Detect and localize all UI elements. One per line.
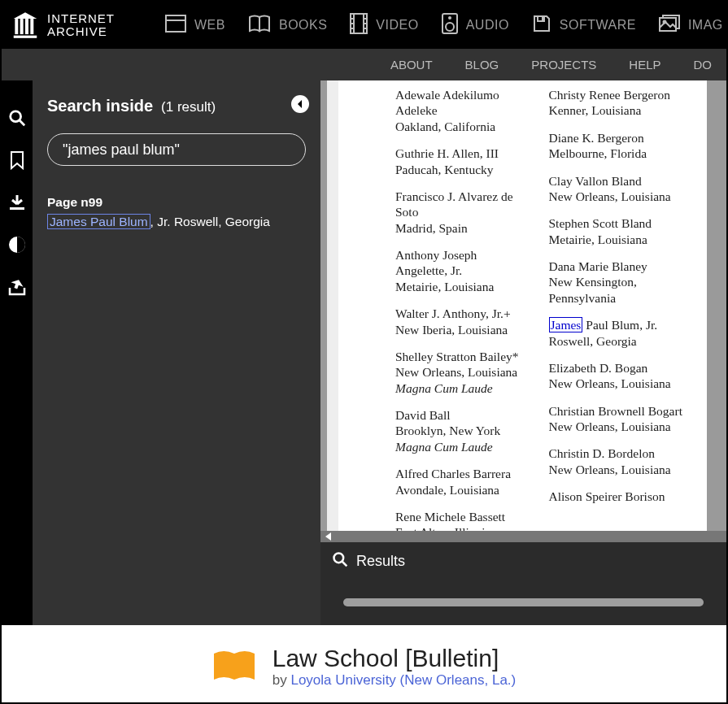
name-entry: Adewale Adekilumo AdelekeOakland, Califo… [395, 87, 530, 134]
page-column-right: Christy Renee BergeronKenner, LouisianaD… [549, 87, 683, 524]
name-entry: David BallBrooklyn, New YorkMagna Cum La… [395, 407, 530, 454]
name-entry: James Paul Blum, Jr.Roswell, Georgia [549, 317, 683, 349]
reader: Search inside (1 result) Page n99 James … [2, 80, 726, 625]
svg-point-29 [334, 553, 344, 563]
name-entry: Guthrie H. Allen, IIIPaducah, Kentucky [395, 146, 530, 177]
page-area: Adewale Adekilumo AdelekeOakland, Califo… [320, 80, 726, 625]
brand-text: INTERNET ARCHIVE [47, 12, 115, 38]
name-entry: Stephen Scott BlandMetairie, Louisiana [549, 215, 683, 247]
tool-rail [2, 80, 33, 625]
name-entry: Alison Speirer Borison [549, 489, 683, 504]
software-icon [532, 14, 551, 37]
name-entry: Walter J. Anthony, Jr.+New Iberia, Louis… [395, 306, 530, 337]
subnav-about[interactable]: ABOUT [390, 58, 433, 72]
svg-rect-26 [10, 207, 24, 210]
nav-video[interactable]: VIDEO [350, 13, 418, 37]
ia-logo-icon [11, 9, 39, 41]
top-nav: INTERNET ARCHIVE WEB BOOKS VIDEO [2, 2, 726, 49]
page-scroll-track[interactable] [320, 531, 726, 542]
results-bar[interactable]: Results [320, 542, 726, 580]
svg-rect-1 [20, 19, 24, 34]
name-entry: Christy Renee BergeronKenner, Louisiana [549, 87, 683, 119]
subnav-projects[interactable]: PROJECTS [531, 58, 596, 72]
svg-point-18 [446, 23, 454, 31]
search-result-count: (1 result) [161, 99, 216, 115]
download-icon[interactable] [7, 193, 27, 212]
page-column-left: Adewale Adekilumo AdelekeOakland, Califo… [395, 87, 530, 524]
media-nav: WEB BOOKS VIDEO AUDIO SOFTWARE [165, 13, 723, 37]
name-entry: Elizabeth D. BoganNew Orleans, Louisiana [549, 360, 683, 392]
svg-line-25 [20, 120, 24, 125]
nav-software[interactable]: SOFTWARE [532, 14, 636, 37]
svg-rect-3 [30, 19, 33, 34]
page-highlight: James [549, 317, 583, 332]
name-entry: Clay Vallon BlandNew Orleans, Louisiana [549, 173, 683, 205]
name-entry: Diane K. BergeronMelbourne, Florida [549, 130, 683, 162]
subnav-help[interactable]: HELP [629, 58, 660, 72]
svg-rect-5 [14, 36, 37, 38]
nav-web[interactable]: WEB [165, 15, 225, 36]
video-icon [350, 13, 368, 37]
name-entry: Francisco J. Alvarez de SotoMadrid, Spai… [395, 189, 530, 236]
svg-rect-21 [542, 17, 543, 20]
svg-line-30 [342, 561, 347, 566]
svg-point-19 [448, 16, 451, 20]
name-entry: Alfred Charles BarreraAvondale, Louisian… [395, 466, 530, 498]
scroll-track[interactable] [343, 598, 704, 606]
search-icon[interactable] [7, 108, 27, 128]
document-footer: Law School [Bulletin] by Loyola Universi… [2, 625, 726, 704]
search-result[interactable]: Page n99 James Paul Blum, Jr. Roswell, G… [47, 195, 306, 229]
book-page: Adewale Adekilumo AdelekeOakland, Califo… [327, 80, 707, 531]
sub-nav: ABOUT BLOG PROJECTS HELP DO [2, 49, 726, 80]
subnav-donate[interactable]: DO [694, 58, 713, 72]
name-entry: Dana Marie BlaneyNew Kensington, Pennsyl… [549, 259, 683, 306]
nav-audio[interactable]: AUDIO [442, 13, 509, 37]
name-entry: Shelley Stratton Bailey*New Orleans, Lou… [395, 349, 530, 396]
web-icon [165, 15, 186, 36]
audio-icon [442, 13, 458, 37]
search-panel-title: Search inside [47, 97, 153, 115]
brand[interactable]: INTERNET ARCHIVE [7, 9, 120, 41]
book-icon [212, 649, 256, 684]
search-panel: Search inside (1 result) Page n99 James … [33, 80, 320, 625]
books-icon [248, 15, 271, 36]
publisher-link[interactable]: Loyola University (New Orleans, La.) [290, 672, 516, 688]
document-byline: by Loyola University (New Orleans, La.) [272, 672, 517, 689]
svg-marker-4 [14, 12, 37, 19]
result-page-label: Page n99 [47, 195, 306, 210]
document-title: Law School [Bulletin] [272, 645, 517, 672]
name-entry: Anthony Joseph Angelette, Jr.Metairie, L… [395, 247, 530, 294]
search-icon [332, 551, 348, 571]
search-input[interactable] [63, 141, 290, 159]
result-snippet: James Paul Blum, Jr. Roswell, Georgia [47, 215, 306, 229]
contrast-icon[interactable] [7, 235, 27, 254]
svg-point-24 [11, 111, 21, 122]
images-icon [659, 15, 680, 36]
share-icon[interactable] [7, 277, 27, 297]
svg-rect-2 [25, 19, 28, 34]
svg-point-23 [663, 21, 665, 24]
name-entry: Christian Brownell BogartNew Orleans, Lo… [549, 403, 683, 435]
thumbnail-strip[interactable] [320, 580, 726, 625]
bookmark-icon[interactable] [7, 150, 27, 170]
svg-rect-6 [166, 15, 185, 32]
result-highlight: James Paul Blum [47, 214, 150, 229]
close-panel-button[interactable] [291, 95, 309, 113]
svg-rect-0 [15, 19, 18, 34]
name-entry: Christin D. BordelonNew Orleans, Louisia… [549, 445, 683, 477]
svg-marker-28 [298, 100, 302, 108]
page-viewport[interactable]: Adewale Adekilumo AdelekeOakland, Califo… [320, 80, 726, 531]
nav-books[interactable]: BOOKS [248, 15, 327, 36]
search-field-wrap[interactable] [47, 133, 306, 166]
nav-images[interactable]: IMAG [659, 15, 723, 36]
results-label: Results [356, 553, 405, 570]
name-entry: Rene Michele BassettEast Alton, Illinois [395, 509, 530, 531]
subnav-blog[interactable]: BLOG [465, 58, 499, 72]
